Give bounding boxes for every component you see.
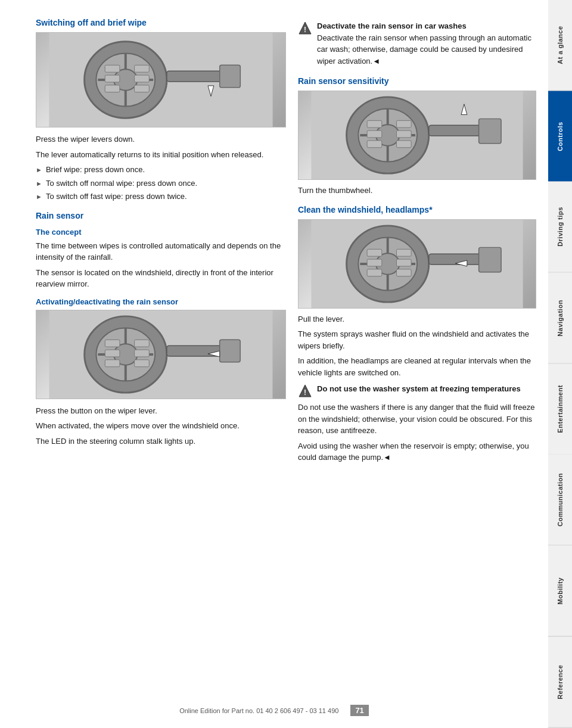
clean-windshield-image [298, 219, 536, 309]
svg-rect-51 [396, 130, 411, 138]
svg-rect-69 [396, 269, 411, 276]
bullet-text-3: To switch off fast wipe: press down twic… [46, 191, 187, 203]
svg-rect-64 [367, 249, 382, 256]
sidebar-tab-mobility[interactable]: Mobility [548, 546, 572, 637]
concept-body1: The time between wipes is controlled aut… [36, 240, 286, 263]
svg-rect-32 [135, 350, 150, 357]
concept-body2: The sensor is located on the windshield,… [36, 267, 286, 290]
svg-rect-49 [367, 141, 382, 148]
section4-body2: When activated, the wipers move over the… [36, 420, 286, 432]
clean-windshield-title: Clean the windshield, headlamps* [298, 205, 536, 214]
svg-text:!: ! [304, 388, 306, 397]
svg-rect-68 [396, 259, 411, 266]
svg-rect-12 [105, 75, 120, 82]
footer-text: Online Edition for Part no. 01 40 2 606 … [179, 707, 338, 714]
sidebar-tab-entertainment[interactable]: Entertainment [548, 364, 572, 455]
svg-rect-29 [105, 350, 120, 357]
svg-rect-66 [367, 269, 382, 276]
section4-body3: The LED in the steering column stalk lig… [36, 435, 286, 447]
sidebar-tab-navigation[interactable]: Navigation [548, 273, 572, 364]
rain-body: Turn the thumbwheel. [298, 185, 536, 197]
svg-rect-62 [479, 247, 501, 272]
svg-rect-11 [105, 65, 120, 72]
svg-rect-45 [479, 119, 501, 143]
rain-sensor-image [298, 91, 536, 180]
svg-rect-47 [367, 120, 382, 127]
svg-rect-67 [396, 249, 411, 256]
sidebar-tab-at-a-glance[interactable]: At a glance [548, 0, 572, 91]
svg-rect-50 [396, 120, 411, 127]
page-number: 71 [350, 705, 368, 716]
rain-sensitivity-title: Rain sensor sensitivity [298, 76, 536, 86]
warning2-body2: Avoid using the washer when the reservoi… [298, 440, 536, 463]
warning1-body: Deactivate the rain sensor when passing … [317, 32, 536, 67]
bullet-1: ► Brief wipe: press down once. [36, 164, 286, 176]
bullet-3: ► To switch off fast wipe: press down tw… [36, 191, 286, 203]
bullet-arrow-1: ► [36, 165, 42, 175]
sidebar-tab-driving-tips[interactable]: Driving tips [548, 182, 572, 273]
sidebar: At a glance Controls Driving tips Naviga… [548, 0, 572, 728]
svg-rect-14 [135, 65, 150, 72]
svg-rect-15 [135, 75, 150, 82]
svg-rect-30 [105, 359, 120, 366]
svg-rect-16 [135, 85, 150, 92]
section1-body2: The lever automatically returns to its i… [36, 149, 286, 161]
svg-rect-52 [396, 141, 411, 148]
sidebar-tab-reference[interactable]: Reference [548, 636, 572, 728]
svg-rect-26 [220, 340, 241, 362]
warning2-title: Do not use the washer system at freezing… [317, 383, 521, 395]
warning2-body: Do not use the washers if there is any d… [298, 402, 536, 437]
warning-icon-1: ! [298, 21, 312, 35]
svg-rect-9 [220, 65, 241, 88]
bullet-text-2: To switch off normal wipe: press down on… [46, 178, 197, 189]
svg-rect-65 [367, 259, 382, 266]
clean-body3: In addition, the headlamps are cleaned a… [298, 355, 536, 378]
warning-icon-2: ! [298, 384, 312, 398]
warning1-title: Deactivate the rain sensor in car washes [317, 20, 536, 32]
svg-rect-48 [367, 130, 382, 138]
bullet-arrow-3: ► [36, 192, 42, 202]
clean-body2: The system sprays washer fluid on the wi… [298, 328, 536, 351]
sidebar-tab-communication[interactable]: Communication [548, 455, 572, 546]
clean-body1: Pull the lever. [298, 313, 536, 325]
rain-sensor-title: Rain sensor [36, 211, 286, 220]
switching-off-image [36, 32, 286, 127]
warning-block-1: ! Deactivate the rain sensor in car wash… [298, 20, 536, 67]
svg-rect-13 [105, 85, 120, 92]
sidebar-tab-controls[interactable]: Controls [548, 91, 572, 182]
bullet-text-1: Brief wipe: press down once. [46, 164, 145, 176]
bullet-2: ► To switch off normal wipe: press down … [36, 178, 286, 189]
section1-body1: Press the wiper levers down. [36, 133, 286, 145]
warning-block-2: ! Do not use the washer system at freezi… [298, 383, 536, 398]
the-concept-title: The concept [36, 228, 286, 237]
bullet-arrow-2: ► [36, 179, 42, 189]
activating-title: Activating/deactivating the rain sensor [36, 297, 286, 306]
svg-text:!: ! [304, 26, 306, 34]
section1-title: Switching off and brief wipe [36, 18, 286, 27]
section4-body1: Press the button on the wiper lever. [36, 405, 286, 417]
svg-rect-31 [135, 340, 150, 347]
svg-rect-28 [105, 340, 120, 347]
activating-image [36, 310, 286, 399]
page-footer: Online Edition for Part no. 01 40 2 606 … [0, 705, 548, 716]
svg-rect-33 [135, 359, 150, 366]
